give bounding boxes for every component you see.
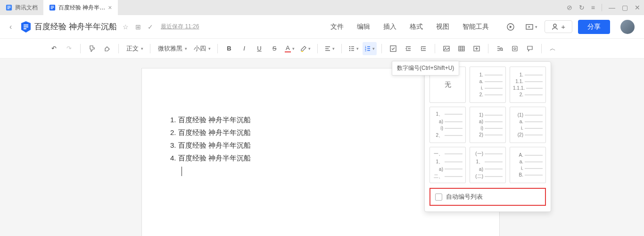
- menu-insert[interactable]: 插入: [383, 23, 396, 31]
- add-user-button[interactable]: +: [545, 20, 572, 33]
- header-right: ▾ + 分享: [503, 19, 635, 34]
- undo-button[interactable]: ↶: [47, 42, 60, 55]
- tab-document[interactable]: 百度经验 神舟半… ×: [43, 0, 118, 15]
- back-icon[interactable]: ‹: [9, 23, 12, 31]
- svg-rect-52: [512, 46, 517, 51]
- menu-view[interactable]: 视图: [436, 23, 449, 31]
- menu-edit[interactable]: 编辑: [357, 23, 370, 31]
- avatar[interactable]: [620, 20, 635, 34]
- svg-rect-10: [24, 28, 26, 29]
- play-icon[interactable]: [503, 19, 518, 34]
- app-logo-icon: [19, 20, 33, 34]
- menu-format[interactable]: 格式: [410, 23, 423, 31]
- size-select[interactable]: 小四▾: [191, 42, 213, 55]
- svg-rect-14: [301, 51, 303, 52]
- tooltip: 数字编号(Ctrl+Shift+U): [392, 61, 459, 76]
- svg-point-18: [349, 46, 350, 47]
- outdent-button[interactable]: [402, 42, 415, 55]
- svg-rect-7: [51, 8, 53, 9]
- doc-icon: [49, 4, 56, 11]
- plus-box-button[interactable]: [470, 42, 483, 55]
- window-controls: ⊘ ↻ ≡ — ▢ ✕: [567, 4, 640, 11]
- svg-rect-3: [8, 8, 9, 9]
- collapse-button[interactable]: ︿: [546, 42, 560, 55]
- vault-button[interactable]: [508, 42, 521, 55]
- table-button[interactable]: [455, 42, 468, 55]
- menu-icon[interactable]: ≡: [591, 4, 595, 11]
- svg-rect-6: [51, 7, 54, 8]
- bold-button[interactable]: B: [223, 42, 236, 55]
- save-time[interactable]: 最近保存 11:26: [161, 23, 199, 31]
- list-style-option[interactable]: (1)a.i.(2): [510, 107, 546, 143]
- menu-file[interactable]: 文件: [330, 23, 344, 31]
- list-style-option[interactable]: (一)1、a)(二): [470, 147, 506, 183]
- list-style-option[interactable]: 1、a)i)2、: [429, 107, 466, 143]
- svg-line-51: [502, 50, 503, 51]
- close-window-icon[interactable]: ✕: [635, 4, 640, 11]
- format-painter-button[interactable]: [85, 42, 99, 55]
- close-icon[interactable]: ×: [108, 4, 112, 11]
- list-options-grid: 无1.a.i.2.1.1.1.1.1.1.2.1、a)i)2、1)a)i)2)(…: [425, 62, 551, 185]
- list-style-option[interactable]: A.a.i.B.: [510, 147, 546, 183]
- bullet-list-button[interactable]: ▾: [347, 42, 361, 55]
- svg-rect-8: [24, 25, 28, 25]
- document-title: 百度经验 神舟半年沉船: [34, 21, 117, 32]
- svg-rect-5: [51, 6, 54, 7]
- auto-number-option[interactable]: 自动编号列表: [429, 188, 546, 206]
- auto-number-label: 自动编号列表: [446, 193, 483, 201]
- font-color-button[interactable]: A▾: [283, 42, 297, 55]
- refresh-icon[interactable]: ↻: [579, 4, 585, 11]
- star-icon[interactable]: ☆: [123, 23, 129, 31]
- list-style-option[interactable]: 1.a.i.2.: [470, 67, 506, 103]
- check-icon: ✓: [148, 23, 153, 31]
- svg-point-38: [445, 47, 446, 48]
- tab-label: 百度经验 神舟半…: [58, 4, 105, 12]
- svg-point-20: [349, 48, 350, 49]
- share-button[interactable]: 分享: [578, 20, 610, 34]
- align-button[interactable]: ▾: [322, 42, 337, 55]
- image-button[interactable]: [440, 42, 453, 55]
- checklist-button[interactable]: [387, 42, 400, 55]
- redo-button[interactable]: ↷: [62, 42, 75, 55]
- numbered-list-button[interactable]: 123▾: [363, 42, 377, 55]
- add-icon[interactable]: ⊞: [135, 23, 141, 31]
- list-style-option[interactable]: 1)a)i)2): [470, 107, 506, 143]
- checkbox[interactable]: [435, 194, 442, 201]
- text-cursor: [182, 167, 182, 176]
- list-style-option[interactable]: 1.1.1.1.1.1.2.: [510, 67, 546, 103]
- numbered-list-popup: 数字编号(Ctrl+Shift+U) 无1.a.i.2.1.1.1.1.1.1.…: [424, 61, 551, 212]
- style-select[interactable]: 正文▾: [124, 42, 145, 55]
- comment-button[interactable]: [523, 42, 537, 55]
- present-icon[interactable]: ▾: [524, 19, 539, 34]
- svg-rect-30: [390, 46, 396, 51]
- clear-format-button[interactable]: [100, 42, 114, 55]
- list-style-option[interactable]: 一、1、a)二、: [429, 147, 466, 183]
- menu-bar: 文件 编辑 插入 格式 视图 智能工具: [330, 23, 489, 31]
- strikethrough-button[interactable]: S: [268, 42, 281, 55]
- tab-label: 腾讯文档: [15, 4, 38, 12]
- svg-point-13: [553, 24, 556, 27]
- tencent-docs-icon: [6, 4, 12, 11]
- tab-bar: 腾讯文档 百度经验 神舟半… × ⊘ ↻ ≡ — ▢ ✕: [0, 0, 644, 15]
- svg-point-53: [514, 48, 516, 50]
- header-bar: ‹ 百度经验 神舟半年沉船 ☆ ⊞ ✓ 最近保存 11:26 文件 编辑 插入 …: [0, 15, 644, 39]
- minimize-icon[interactable]: —: [609, 4, 615, 11]
- svg-text:3: 3: [365, 49, 366, 52]
- svg-point-22: [349, 50, 350, 51]
- font-select[interactable]: 微软雅黑▾: [155, 42, 189, 55]
- italic-button[interactable]: I: [238, 42, 251, 55]
- maximize-icon[interactable]: ▢: [622, 4, 628, 11]
- svg-rect-39: [459, 46, 464, 51]
- svg-point-50: [500, 48, 502, 50]
- find-button[interactable]: [493, 42, 506, 55]
- toolbar: ↶ ↷ 正文▾ 微软雅黑▾ 小四▾ B I U S A▾ ▾ ▾ ▾ 123▾ …: [0, 39, 644, 59]
- indent-button[interactable]: [417, 42, 430, 55]
- highlight-button[interactable]: ▾: [298, 42, 313, 55]
- underline-button[interactable]: U: [253, 42, 266, 55]
- svg-rect-1: [8, 6, 11, 7]
- header-icons: ☆ ⊞ ✓ 最近保存 11:26: [123, 23, 199, 31]
- menu-ai-tools[interactable]: 智能工具: [462, 23, 489, 31]
- tab-home[interactable]: 腾讯文档: [0, 0, 43, 15]
- svg-rect-9: [24, 26, 28, 27]
- block-icon[interactable]: ⊘: [567, 4, 572, 11]
